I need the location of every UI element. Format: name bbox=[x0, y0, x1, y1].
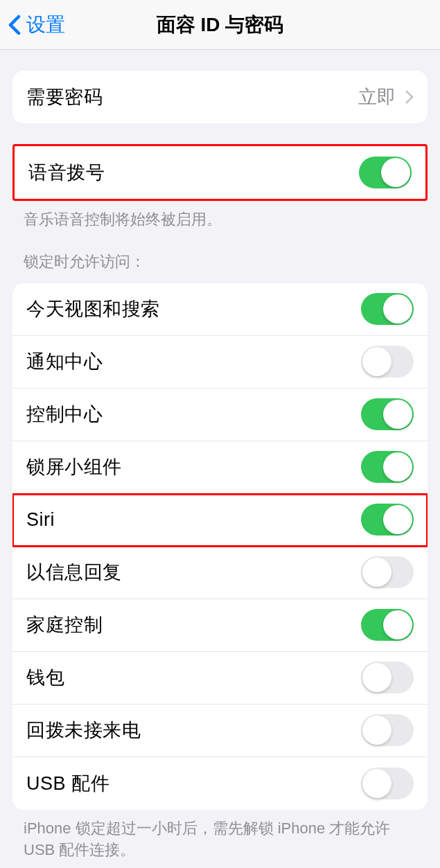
row-label: 今天视图和搜索 bbox=[26, 296, 160, 321]
lock-item-row: 以信息回复 bbox=[12, 547, 428, 599]
row-label: 钱包 bbox=[26, 665, 64, 690]
row-label: 控制中心 bbox=[26, 402, 103, 427]
voice-dial-row: 语音拨号 bbox=[15, 146, 425, 199]
lock-item-row: 回拨未接来电 bbox=[12, 705, 428, 757]
row-label: 语音拨号 bbox=[28, 160, 105, 185]
lock-item-row: Siri bbox=[12, 494, 428, 547]
lock-item-toggle[interactable] bbox=[361, 662, 414, 693]
require-passcode-row[interactable]: 需要密码 立即 bbox=[12, 71, 428, 123]
toggle-knob bbox=[383, 610, 412, 639]
row-value: 立即 bbox=[358, 85, 396, 109]
nav-header: 设置 面容 ID 与密码 bbox=[0, 0, 440, 50]
content-area: 需要密码 立即 语音拨号 音乐语音控制将始终被启用。 锁定时允许访问： 今天视图… bbox=[0, 71, 440, 860]
row-label: USB 配件 bbox=[26, 771, 109, 796]
voice-dial-toggle[interactable] bbox=[359, 157, 412, 188]
toggle-knob bbox=[383, 400, 412, 429]
lock-item-toggle[interactable] bbox=[361, 293, 414, 325]
lock-item-toggle[interactable] bbox=[361, 398, 414, 430]
toggle-knob bbox=[362, 558, 391, 587]
lock-section-footer: iPhone 锁定超过一小时后，需先解锁 iPhone 才能允许USB 配件连接… bbox=[0, 810, 440, 861]
back-button[interactable]: 设置 bbox=[0, 12, 65, 38]
voice-dial-footer: 音乐语音控制将始终被启用。 bbox=[0, 201, 440, 231]
lock-item-row: 钱包 bbox=[12, 652, 428, 705]
voice-dial-group: 语音拨号 bbox=[12, 144, 428, 201]
lock-item-row: 锁屏小组件 bbox=[12, 441, 428, 494]
page-title: 面容 ID 与密码 bbox=[157, 12, 284, 38]
toggle-knob bbox=[383, 505, 412, 534]
toggle-knob bbox=[362, 769, 391, 798]
lock-item-row: 家庭控制 bbox=[12, 599, 428, 652]
lock-item-toggle[interactable] bbox=[361, 556, 414, 588]
passcode-group: 需要密码 立即 bbox=[12, 71, 428, 123]
lock-item-toggle[interactable] bbox=[361, 504, 414, 535]
lock-item-toggle[interactable] bbox=[361, 451, 414, 483]
lock-item-row: USB 配件 bbox=[12, 757, 428, 810]
toggle-knob bbox=[381, 158, 410, 187]
lock-section-header: 锁定时允许访问： bbox=[0, 231, 440, 278]
row-label: 家庭控制 bbox=[26, 612, 103, 637]
lock-item-toggle[interactable] bbox=[361, 714, 414, 746]
lock-item-toggle[interactable] bbox=[361, 609, 414, 641]
row-label: 回拨未接来电 bbox=[26, 718, 141, 743]
row-label: Siri bbox=[26, 509, 55, 531]
row-label: 以信息回复 bbox=[26, 560, 122, 585]
lock-item-toggle[interactable] bbox=[361, 346, 414, 378]
toggle-knob bbox=[383, 294, 412, 324]
chevron-left-icon bbox=[8, 15, 21, 35]
row-value-container: 立即 bbox=[358, 85, 414, 109]
lock-item-row: 今天视图和搜索 bbox=[12, 283, 428, 336]
row-label: 锁屏小组件 bbox=[26, 454, 122, 479]
toggle-knob bbox=[383, 452, 412, 481]
toggle-knob bbox=[362, 716, 391, 745]
lock-item-row: 控制中心 bbox=[12, 389, 428, 441]
chevron-right-icon bbox=[405, 90, 414, 104]
back-label: 设置 bbox=[26, 12, 65, 38]
toggle-knob bbox=[362, 663, 391, 692]
lock-access-group: 今天视图和搜索通知中心控制中心锁屏小组件Siri以信息回复家庭控制钱包回拨未接来… bbox=[12, 283, 428, 810]
row-label: 需要密码 bbox=[26, 85, 103, 109]
toggle-knob bbox=[362, 347, 391, 376]
row-label: 通知中心 bbox=[26, 349, 103, 374]
lock-item-row: 通知中心 bbox=[12, 336, 428, 389]
lock-item-toggle[interactable] bbox=[361, 768, 414, 799]
